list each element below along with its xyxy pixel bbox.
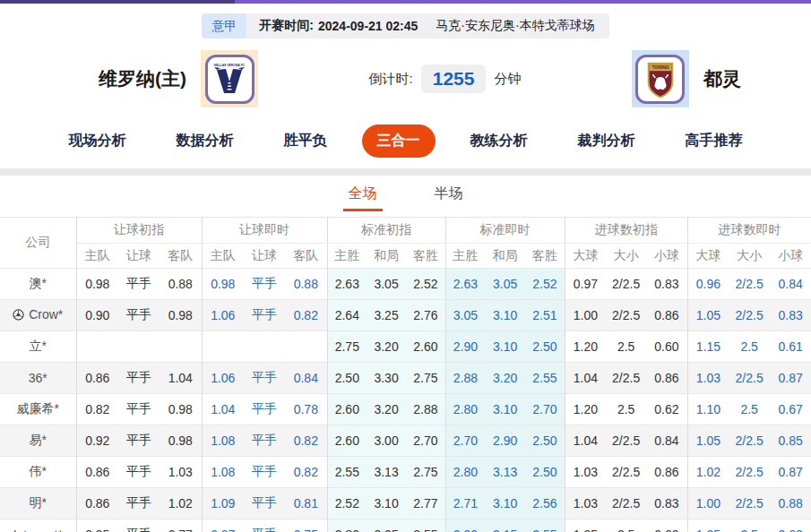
- odds-cell-goals_live: 1.05: [687, 425, 729, 457]
- odds-cell-handicap_live: 平手: [244, 488, 285, 519]
- kickoff-label: 开赛时间:: [259, 18, 314, 34]
- nav-tab-5[interactable]: 裁判分析: [563, 124, 651, 158]
- odds-cell-goals_initial: 0.97: [565, 269, 606, 300]
- countdown-label: 倒计时:: [369, 71, 413, 88]
- sub-header-handicap_initial-2: 客队: [160, 244, 202, 269]
- odds-cell-handicap_initial: 0.88: [160, 269, 202, 300]
- odds-cell-handicap_live: 0.88: [285, 269, 327, 300]
- soccer-ball-icon: [13, 309, 24, 323]
- sub-header-goals_initial-1: 大小: [606, 244, 646, 269]
- table-row: 威廉希*0.82平手0.981.04平手0.782.603.202.882.80…: [0, 394, 811, 425]
- odds-cell-handicap_live: 平手: [244, 425, 285, 457]
- odds-cell-goals_live: 1.10: [687, 394, 729, 425]
- odds-cell-handicap_initial: 平手: [118, 425, 160, 457]
- odds-cell-std_initial: 2.77: [406, 488, 445, 519]
- odds-cell-std_live: 3.15: [485, 519, 525, 532]
- odds-cell-std_live: 2.90: [445, 519, 485, 532]
- odds-cell-goals_initial: 0.86: [646, 300, 687, 331]
- odds-cell-goals_live: 2/2.5: [729, 300, 770, 331]
- subtab-1[interactable]: 半场: [429, 184, 469, 211]
- odds-cell-goals_initial: 2/2.5: [606, 300, 646, 331]
- odds-cell-handicap_live: 1.08: [202, 457, 244, 488]
- odds-cell-handicap_live: 1.08: [202, 425, 244, 457]
- odds-cell-std_initial: 3.10: [367, 488, 406, 519]
- nav-tab-3[interactable]: 三合一: [362, 124, 436, 158]
- nav-tab-0[interactable]: 现场分析: [54, 124, 142, 158]
- odds-table: 公司让球初指让球即时标准初指标准即时进球数初指进球数即时主队让球客队主队让球客队…: [0, 217, 811, 532]
- odds-cell-std_live: 2.90: [445, 331, 485, 363]
- odds-cell-goals_initial: 1.03: [565, 488, 606, 519]
- odds-cell-std_live: 2.71: [445, 488, 485, 519]
- odds-cell-goals_live: 0.67: [770, 394, 811, 425]
- odds-cell-handicap_initial: 0.98: [160, 300, 202, 331]
- sub-header-std_live-1: 和局: [485, 244, 525, 269]
- main-nav: 现场分析数据分析胜平负三合一教练分析裁判分析高手推荐: [0, 116, 811, 168]
- odds-cell-goals_initial: 1.04: [565, 425, 606, 457]
- odds-cell-std_live: 2.50: [525, 331, 565, 363]
- odds-cell-std_initial: 3.00: [367, 425, 406, 457]
- odds-cell-goals_live: 2.5: [729, 519, 770, 532]
- odds-cell-goals_live: 1.00: [687, 488, 729, 519]
- odds-cell-std_initial: 2.55: [327, 457, 367, 488]
- torino-crest-icon: TORINO: [635, 55, 685, 104]
- company-cell: Crow*: [0, 300, 76, 331]
- nav-tab-4[interactable]: 教练分析: [455, 124, 543, 158]
- countdown-unit: 分钟: [494, 71, 521, 88]
- away-logo-frame: TORINO: [632, 50, 689, 107]
- nav-tab-6[interactable]: 高手推荐: [670, 124, 758, 158]
- group-header-goals_initial: 进球数初指: [565, 218, 687, 244]
- odds-cell-std_initial: 2.75: [327, 331, 367, 363]
- odds-cell-std_initial: 2.55: [406, 519, 445, 532]
- odds-cell-std_live: 2.88: [445, 363, 485, 394]
- odds-cell-std_initial: 2.88: [406, 394, 445, 425]
- odds-cell-std_initial: 3.20: [367, 394, 406, 425]
- odds-cell-goals_live: 0.87: [770, 457, 811, 488]
- odds-cell-std_live: 2.56: [525, 488, 565, 519]
- sub-header-std_initial-0: 主胜: [327, 244, 367, 269]
- odds-cell-goals_live: 2/2.5: [729, 457, 770, 488]
- odds-cell-goals_initial: 0.60: [646, 331, 687, 363]
- odds-cell-goals_initial: 0.86: [646, 363, 687, 394]
- odds-cell-handicap_live: [202, 331, 244, 363]
- odds-cell-goals_live: 0.61: [770, 331, 811, 363]
- odds-table-head: 公司让球初指让球即时标准初指标准即时进球数初指进球数即时主队让球客队主队让球客队…: [0, 218, 811, 269]
- league-badge[interactable]: 意甲: [202, 13, 246, 39]
- odds-cell-goals_live: 0.63: [770, 519, 811, 532]
- odds-cell-goals_initial: 1.03: [565, 457, 606, 488]
- sub-header-goals_initial-0: 大球: [565, 244, 606, 269]
- sub-header-goals_live-1: 大小: [729, 244, 770, 269]
- group-header-handicap_live: 让球即时: [202, 218, 327, 244]
- sub-header-handicap_live-0: 主队: [202, 244, 244, 269]
- odds-cell-handicap_initial: 0.98: [160, 425, 202, 457]
- odds-cell-handicap_live: 0.82: [285, 300, 327, 331]
- nav-tab-2[interactable]: 胜平负: [269, 124, 342, 158]
- home-team: 维罗纳(主) HELLAS VERONA FC: [99, 50, 258, 107]
- odds-cell-std_initial: 2.64: [327, 300, 367, 331]
- odds-cell-handicap_initial: 平手: [118, 394, 160, 425]
- hellas-verona-crest-icon: HELLAS VERONA FC: [205, 55, 255, 104]
- nav-tab-1[interactable]: 数据分析: [161, 124, 249, 158]
- odds-cell-handicap_live: 0.82: [285, 425, 327, 457]
- odds-cell-handicap_live: 1.09: [202, 488, 244, 519]
- top-accent-bar: [0, 0, 811, 4]
- odds-cell-goals_live: 1.02: [687, 457, 729, 488]
- table-row: Crow*0.90平手0.981.06平手0.822.643.252.763.0…: [0, 300, 811, 331]
- odds-cell-handicap_live: 0.75: [285, 519, 327, 532]
- odds-cell-goals_live: 1.15: [687, 331, 729, 363]
- odds-cell-std_live: 2.70: [445, 425, 485, 457]
- venue-name: 马克·安东尼奥·本特戈蒂球场: [436, 18, 594, 34]
- divider-band: [0, 168, 811, 176]
- odds-cell-std_live: 2.63: [445, 269, 485, 300]
- odds-cell-std_live: 2.80: [445, 394, 485, 425]
- odds-cell-std_live: 2.50: [525, 457, 565, 488]
- odds-cell-goals_live: 0.84: [770, 269, 811, 300]
- subtab-0[interactable]: 全场: [343, 184, 383, 211]
- table-row: 易*0.92平手0.981.08平手0.822.603.002.702.702.…: [0, 425, 811, 457]
- odds-cell-std_live: 3.13: [485, 457, 525, 488]
- teams-header: 维罗纳(主) HELLAS VERONA FC 倒计时: 1255 分钟: [0, 39, 811, 116]
- odds-cell-std_live: 2.55: [525, 363, 565, 394]
- odds-cell-std_live: 3.10: [485, 488, 525, 519]
- odds-cell-std_live: 3.05: [445, 300, 485, 331]
- odds-cell-handicap_initial: 平手: [118, 269, 160, 300]
- away-team-name: 都灵: [703, 66, 741, 91]
